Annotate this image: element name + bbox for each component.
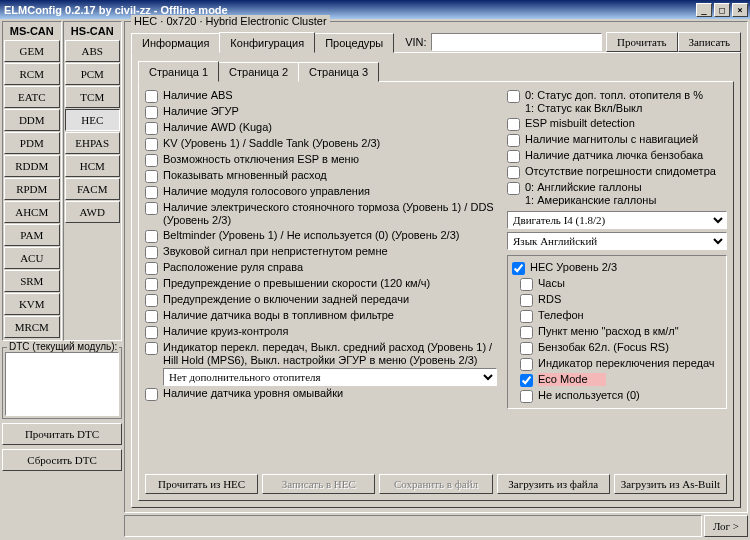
module-button-ahcm[interactable]: AHCM bbox=[4, 201, 60, 223]
reset-dtc-button[interactable]: Сбросить DTC bbox=[2, 449, 122, 471]
tab-0[interactable]: Информация bbox=[131, 33, 220, 53]
read-button[interactable]: Прочитать bbox=[606, 32, 677, 52]
option-checkbox[interactable] bbox=[145, 246, 158, 259]
minimize-icon[interactable]: _ bbox=[696, 3, 712, 17]
write-to-hec-button[interactable]: Записать в HEC bbox=[262, 474, 375, 494]
sub-option-label: Часы bbox=[538, 277, 565, 290]
option-checkbox[interactable] bbox=[507, 182, 520, 195]
option-checkbox[interactable] bbox=[145, 202, 158, 215]
module-button-rddm[interactable]: RDDM bbox=[4, 155, 60, 177]
module-button-pcm[interactable]: PCM bbox=[65, 63, 121, 85]
option-checkbox[interactable] bbox=[507, 166, 520, 179]
module-title: HEC · 0x720 · Hybrid Electronic Cluster bbox=[131, 15, 330, 27]
sub-option-checkbox[interactable] bbox=[520, 374, 533, 387]
module-button-rpdm[interactable]: RPDM bbox=[4, 178, 60, 200]
option-checkbox[interactable] bbox=[145, 310, 158, 323]
option-checkbox[interactable] bbox=[507, 118, 520, 131]
option-label: Звуковой сигнал при непристегнутом ремне bbox=[163, 245, 388, 258]
tab-1[interactable]: Конфигурация bbox=[219, 32, 315, 53]
option-label: Наличие датчика лючка бензобака bbox=[525, 149, 703, 162]
option-checkbox[interactable] bbox=[145, 106, 158, 119]
module-button-gem[interactable]: GEM bbox=[4, 40, 60, 62]
page-tab-1[interactable]: Страница 2 bbox=[218, 62, 299, 82]
write-button[interactable]: Записать bbox=[678, 32, 741, 52]
sub-option-label: Телефон bbox=[538, 309, 584, 322]
module-button-mrcm[interactable]: MRCM bbox=[4, 316, 60, 338]
option-label: Расположение руля справа bbox=[163, 261, 303, 274]
option-checkbox[interactable] bbox=[145, 138, 158, 151]
option-label: ESP misbuilt detection bbox=[525, 117, 635, 130]
option-checkbox[interactable] bbox=[145, 154, 158, 167]
options-column-a: Наличие ABSНаличие ЭГУРНаличие AWD (Kuga… bbox=[145, 88, 497, 466]
option-checkbox[interactable] bbox=[145, 122, 158, 135]
option-checkbox[interactable] bbox=[145, 342, 158, 355]
sub-option-checkbox[interactable] bbox=[520, 278, 533, 291]
sub-option-checkbox[interactable] bbox=[520, 390, 533, 403]
sub-option-label: Пункт меню "расход в км/л" bbox=[538, 325, 679, 338]
sub-option-checkbox[interactable] bbox=[520, 326, 533, 339]
load-from-file-button[interactable]: Загрузить из файла bbox=[497, 474, 610, 494]
save-to-file-button[interactable]: Сохранить в файл bbox=[379, 474, 492, 494]
option-label: Наличие магнитолы с навигацией bbox=[525, 133, 698, 146]
sub-option-checkbox[interactable] bbox=[520, 310, 533, 323]
read-dtc-button[interactable]: Прочитать DTC bbox=[2, 423, 122, 445]
tab-2[interactable]: Процедуры bbox=[314, 33, 394, 53]
option-checkbox[interactable] bbox=[145, 186, 158, 199]
close-icon[interactable]: × bbox=[732, 3, 748, 17]
option-checkbox[interactable] bbox=[507, 150, 520, 163]
load-asbuilt-button[interactable]: Загрузить из As-Built bbox=[614, 474, 727, 494]
hec-level-subgroup: HEC Уровень 2/3 ЧасыRDSТелефонПункт меню… bbox=[507, 255, 727, 409]
module-button-acu[interactable]: ACU bbox=[4, 247, 60, 269]
module-button-facm[interactable]: FACM bbox=[65, 178, 121, 200]
option-checkbox[interactable] bbox=[507, 134, 520, 147]
module-button-srm[interactable]: SRM bbox=[4, 270, 60, 292]
option-checkbox[interactable] bbox=[145, 170, 158, 183]
sub-option-label: Eco Mode bbox=[538, 373, 606, 386]
sub-option-label: RDS bbox=[538, 293, 561, 306]
option-checkbox[interactable] bbox=[145, 326, 158, 339]
module-button-eatc[interactable]: EATC bbox=[4, 86, 60, 108]
sub-option-checkbox[interactable] bbox=[520, 358, 533, 371]
module-button-rcm[interactable]: RCM bbox=[4, 63, 60, 85]
module-button-pam[interactable]: PAM bbox=[4, 224, 60, 246]
log-button[interactable]: Лог > bbox=[704, 515, 748, 537]
vin-input[interactable] bbox=[431, 33, 602, 51]
module-button-hcm[interactable]: HCM bbox=[65, 155, 121, 177]
mscan-header: MS-CAN bbox=[4, 23, 60, 39]
page-tabs: Страница 1Страница 2Страница 3 bbox=[138, 65, 734, 77]
subgroup-header-checkbox[interactable] bbox=[512, 262, 525, 275]
option-checkbox[interactable] bbox=[145, 90, 158, 103]
page-tab-0[interactable]: Страница 1 bbox=[138, 61, 219, 82]
window-title: ELMConfig 0.2.17 by civil-zz - Offline m… bbox=[4, 4, 228, 16]
module-button-ehpas[interactable]: EHPAS bbox=[65, 132, 121, 154]
option-label: Наличие датчика уровня омывайки bbox=[163, 387, 343, 400]
maximize-icon[interactable]: □ bbox=[714, 3, 730, 17]
sub-option-label: Бензобак 62л. (Focus RS) bbox=[538, 341, 669, 354]
page-tab-2[interactable]: Страница 3 bbox=[298, 62, 379, 82]
option-checkbox[interactable] bbox=[145, 262, 158, 275]
option-checkbox[interactable] bbox=[145, 294, 158, 307]
module-button-kvm[interactable]: KVM bbox=[4, 293, 60, 315]
module-button-abs[interactable]: ABS bbox=[65, 40, 121, 62]
option-checkbox[interactable] bbox=[145, 388, 158, 401]
option-checkbox[interactable] bbox=[145, 278, 158, 291]
option-checkbox[interactable] bbox=[145, 230, 158, 243]
module-button-awd[interactable]: AWD bbox=[65, 201, 121, 223]
module-button-hec[interactable]: HEC bbox=[65, 109, 121, 131]
option-checkbox[interactable] bbox=[507, 90, 520, 103]
sub-option-checkbox[interactable] bbox=[520, 342, 533, 355]
module-tabs: ИнформацияКонфигурацияПроцедуры VIN: Про… bbox=[131, 32, 741, 52]
sub-option-checkbox[interactable] bbox=[520, 294, 533, 307]
heater-select[interactable]: Нет дополнительного отопителя bbox=[163, 368, 497, 386]
module-button-ddm[interactable]: DDM bbox=[4, 109, 60, 131]
read-from-hec-button[interactable]: Прочитать из HEC bbox=[145, 474, 258, 494]
dtc-list[interactable] bbox=[5, 352, 119, 416]
module-button-pdm[interactable]: PDM bbox=[4, 132, 60, 154]
mscan-panel: MS-CAN GEMRCMEATCDDMPDMRDDMRPDMAHCMPAMAC… bbox=[2, 21, 62, 341]
option-label: Наличие круиз-контроля bbox=[163, 325, 288, 338]
language-select[interactable]: Язык Английский bbox=[507, 232, 727, 250]
option-label: Наличие датчика воды в топливном фильтре bbox=[163, 309, 394, 322]
engine-select[interactable]: Двигатель I4 (1.8/2) bbox=[507, 211, 727, 229]
option-label: 0: Английские галлоны 1: Американские га… bbox=[525, 181, 656, 207]
module-button-tcm[interactable]: TCM bbox=[65, 86, 121, 108]
